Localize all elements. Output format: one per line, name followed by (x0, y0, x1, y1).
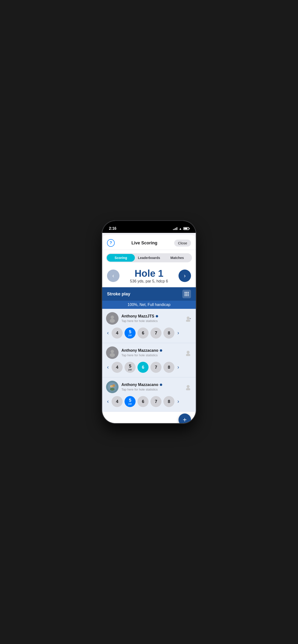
score-prev-1[interactable]: ‹ (106, 330, 110, 336)
hole-info: Hole 1 536 yds, par 5, hdcp 6 (130, 268, 168, 284)
close-button[interactable]: Close (174, 240, 191, 246)
default-avatar-icon (108, 314, 117, 323)
hole-navigation: ‹ Hole 1 536 yds, par 5, hdcp 6 › (102, 266, 196, 287)
score-prev-2[interactable]: ‹ (106, 364, 110, 370)
status-icons: ▲ (173, 227, 189, 230)
score-btn-6-2[interactable]: 6 (137, 362, 148, 373)
score-btn-8-1[interactable]: 8 (163, 328, 175, 338)
score-btn-8-3[interactable]: 8 (163, 396, 175, 407)
player-details-2[interactable]: Anthony Mazzacano Tap here for hole stat… (121, 348, 181, 357)
score-btn-5-3[interactable]: 5 par (124, 396, 135, 407)
svg-rect-0 (185, 292, 186, 293)
tab-matches[interactable]: Matches (163, 254, 191, 262)
tab-bar: Scoring Leaderboards Matches (106, 253, 192, 262)
score-btn-4-2[interactable]: 4 (112, 362, 123, 373)
help-button[interactable]: ? (107, 239, 115, 247)
edit-player-3-button[interactable] (184, 383, 192, 391)
score-btn-7-1[interactable]: 7 (151, 328, 162, 338)
edit-player-1-button[interactable] (184, 314, 192, 322)
score-row-1: ‹ 4 5 par 6 7 8 › (106, 327, 192, 340)
photo-avatar-3 (108, 382, 117, 391)
chevron-right-icon: › (184, 272, 186, 279)
svg-point-15 (110, 353, 115, 357)
svg-rect-2 (188, 292, 189, 293)
hole-title: Hole 1 (130, 268, 168, 279)
player-info-row-2: Anthony Mazzacano Tap here for hole stat… (106, 346, 192, 359)
svg-rect-8 (188, 295, 189, 296)
modal-header: ? Live Scoring Close (102, 235, 196, 250)
player-subtitle-1: Tap here for hole statistics (121, 319, 181, 323)
svg-point-12 (186, 319, 190, 322)
score-btn-4-1[interactable]: 4 (112, 328, 123, 338)
score-btn-6-3[interactable]: 6 (137, 396, 148, 407)
score-btn-6-1[interactable]: 6 (137, 328, 148, 338)
svg-rect-6 (185, 295, 186, 296)
game-subtitle-text: 100%, Net, Full handicap (128, 302, 171, 307)
fab-spacer: + (102, 412, 196, 423)
svg-rect-1 (186, 292, 187, 293)
signal-bars-icon (173, 227, 177, 230)
app-content: ? Live Scoring Close Scoring Leaderboard… (102, 233, 196, 423)
score-btn-5-1[interactable]: 5 par (124, 328, 135, 338)
edit-icon-3 (185, 384, 192, 390)
prev-hole-button[interactable]: ‹ (107, 270, 119, 282)
svg-point-17 (186, 354, 190, 356)
svg-rect-7 (186, 295, 187, 296)
score-prev-3[interactable]: ‹ (106, 398, 110, 405)
player-indicator-1 (156, 315, 158, 318)
wifi-icon: ▲ (179, 227, 182, 230)
player-subtitle-3: Tap here for hole statistics (121, 388, 181, 391)
player-info-row-3: Anthony Mazzacano Tap here for hole stat… (106, 381, 192, 393)
player-indicator-2 (160, 349, 162, 352)
status-time: 2:16 (109, 226, 116, 231)
score-btn-5-2[interactable]: 5 par (124, 362, 135, 373)
svg-point-10 (110, 319, 115, 323)
player-details-1[interactable]: Anthony MazzJTS Tap here for hole statis… (121, 314, 181, 323)
score-row-2: ‹ 4 5 par 6 7 8 › (106, 361, 192, 375)
dynamic-island (135, 224, 163, 232)
score-btn-8-2[interactable]: 8 (163, 362, 175, 373)
edit-player-2-button[interactable] (184, 349, 192, 356)
score-next-3[interactable]: › (176, 398, 180, 405)
scorecard-grid-icon (184, 291, 189, 296)
svg-point-16 (187, 351, 190, 354)
tab-scoring[interactable]: Scoring (107, 254, 135, 262)
game-subtitle: 100%, Net, Full handicap (102, 301, 196, 309)
player-card-1: Anthony MazzJTS Tap here for hole statis… (102, 309, 196, 343)
player-details-3[interactable]: Anthony Mazzacano Tap here for hole stat… (121, 382, 181, 391)
player-info-row-1: Anthony MazzJTS Tap here for hole statis… (106, 312, 192, 325)
score-next-1[interactable]: › (176, 330, 180, 336)
score-btn-7-3[interactable]: 7 (151, 396, 162, 407)
battery-icon (183, 227, 189, 230)
hole-details: 536 yds, par 5, hdcp 6 (130, 279, 168, 284)
svg-point-9 (111, 316, 114, 319)
player-card-3: Anthony Mazzacano Tap here for hole stat… (102, 377, 196, 412)
default-avatar-icon-2 (108, 348, 117, 357)
player-subtitle-2: Tap here for hole statistics (121, 354, 181, 357)
svg-rect-5 (188, 294, 189, 295)
next-hole-button[interactable]: › (179, 270, 191, 282)
score-next-2[interactable]: › (176, 364, 180, 370)
svg-point-22 (111, 385, 113, 387)
player-card-2: Anthony Mazzacano Tap here for hole stat… (102, 343, 196, 377)
modal-title: Live Scoring (131, 240, 158, 246)
game-type-label: Stroke play (107, 292, 130, 296)
scorecard-icon[interactable] (182, 290, 191, 298)
tab-leaderboards[interactable]: Leaderboards (135, 254, 163, 262)
player-avatar-2 (106, 346, 118, 359)
svg-rect-3 (185, 294, 186, 295)
add-button[interactable]: + (179, 414, 191, 423)
modal-sheet: ? Live Scoring Close Scoring Leaderboard… (102, 235, 196, 423)
player-avatar-3 (106, 381, 118, 393)
svg-point-14 (111, 350, 114, 353)
fab-container: + (179, 414, 191, 423)
player-avatar-1 (106, 312, 118, 325)
score-btn-4-3[interactable]: 4 (112, 396, 123, 407)
player-name-1: Anthony MazzJTS (121, 314, 181, 318)
svg-rect-4 (186, 294, 187, 295)
chevron-left-icon: ‹ (112, 272, 114, 279)
score-row-3: ‹ 4 5 par 6 7 8 › (106, 396, 192, 409)
svg-point-24 (186, 388, 190, 390)
svg-point-21 (110, 388, 114, 390)
score-btn-7-2[interactable]: 7 (151, 362, 162, 373)
